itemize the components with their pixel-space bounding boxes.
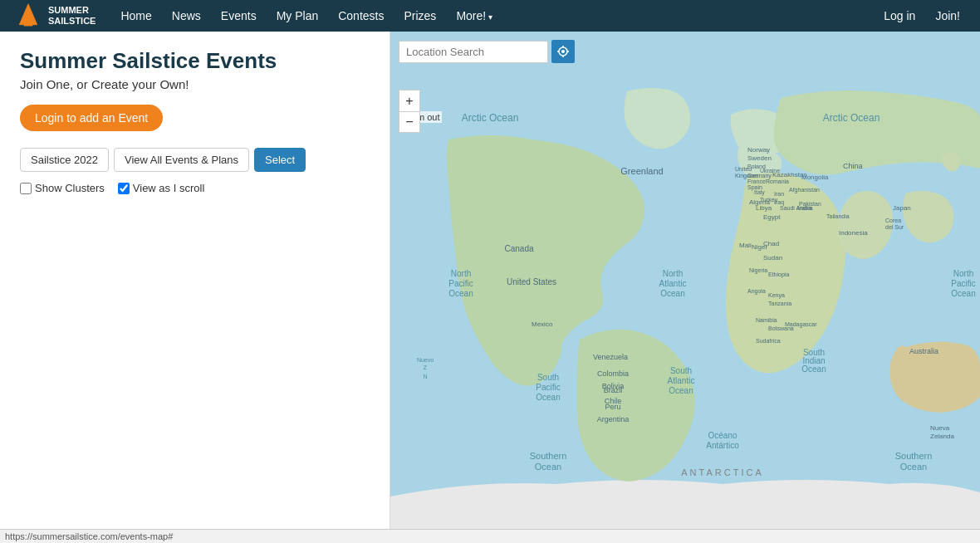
svg-text:Madagascar: Madagascar (785, 321, 817, 328)
nav-events[interactable]: Events (213, 4, 265, 27)
view-as-scroll-checkbox[interactable] (118, 183, 130, 194)
svg-text:India: India (797, 204, 812, 212)
svg-text:North: North (663, 269, 683, 278)
svg-text:Afghanistan: Afghanistan (789, 187, 820, 193)
svg-text:Sudafrica: Sudafrica (756, 338, 781, 344)
logo-icon (13, 2, 43, 29)
map-search-input[interactable] (399, 41, 548, 63)
nav-login[interactable]: Log in (877, 6, 922, 26)
svg-text:Venezuela: Venezuela (593, 353, 628, 361)
svg-text:Ocean: Ocean (535, 462, 561, 472)
map-search-bar (399, 40, 575, 63)
svg-text:Ocean: Ocean (900, 462, 927, 472)
svg-text:Ethiopia: Ethiopia (768, 272, 789, 278)
svg-text:Océano: Océano (708, 431, 737, 440)
svg-text:Ocean: Ocean (951, 289, 975, 298)
filter-all-button[interactable]: View All Events & Plans (114, 148, 249, 172)
svg-text:Pacific: Pacific (448, 279, 473, 288)
svg-text:Sweden: Sweden (747, 154, 772, 162)
nav-news[interactable]: News (164, 4, 209, 27)
svg-text:Tailandia: Tailandia (826, 213, 850, 219)
svg-text:Namibia: Namibia (756, 317, 777, 323)
login-add-event-button[interactable]: Login to add an Event (20, 105, 163, 131)
svg-text:Colombia: Colombia (597, 369, 629, 378)
svg-text:Corea: Corea (885, 218, 901, 223)
svg-text:Atlantic: Atlantic (659, 279, 687, 288)
svg-text:Iran: Iran (774, 191, 784, 197)
svg-text:Z: Z (424, 364, 428, 370)
svg-text:Canada: Canada (504, 244, 533, 253)
svg-text:Atlantic: Atlantic (668, 376, 695, 385)
nav-links: Home News Events My Plan Contests Prizes… (112, 4, 877, 27)
status-bar: https://summersailstice.com/events-map# (0, 529, 980, 543)
zoom-in-button[interactable]: + (399, 90, 420, 111)
svg-text:Brazil: Brazil (604, 386, 623, 394)
svg-text:France: France (747, 179, 766, 184)
svg-text:Norway: Norway (747, 146, 770, 154)
nav-auth: Log in Join! (877, 6, 967, 26)
svg-text:Ocean: Ocean (660, 289, 684, 298)
show-clusters-label[interactable]: Show Clusters (20, 182, 105, 194)
zoom-out-button[interactable]: − (399, 111, 420, 133)
svg-text:North: North (451, 269, 471, 278)
svg-text:South: South (537, 373, 559, 382)
svg-text:Mali: Mali (739, 242, 752, 249)
svg-text:Southern: Southern (530, 451, 567, 461)
svg-text:Mexico: Mexico (532, 320, 553, 328)
svg-text:North: North (953, 269, 973, 278)
svg-text:Indonesia: Indonesia (839, 229, 868, 237)
map-zoom-controls: + − (399, 65, 420, 133)
map-container: + − Zoom out (390, 32, 980, 543)
left-panel: Summer Sailstice Events Join One, or Cre… (0, 32, 390, 543)
svg-text:Algeria: Algeria (749, 198, 770, 206)
svg-text:Pacific: Pacific (536, 383, 560, 392)
nav-myplan[interactable]: My Plan (268, 4, 327, 27)
svg-text:Nigeria: Nigeria (749, 267, 767, 274)
svg-text:Ocean: Ocean (448, 289, 473, 298)
svg-text:Mongolia: Mongolia (801, 174, 829, 181)
view-as-scroll-label[interactable]: View as I scroll (118, 182, 204, 194)
svg-text:Australia: Australia (909, 347, 938, 355)
svg-text:Sudan: Sudan (763, 254, 782, 262)
nav-contests[interactable]: Contests (330, 4, 392, 27)
logo-text: SUMMER SAILSTICE (48, 5, 96, 27)
svg-text:Pacific: Pacific (951, 279, 975, 288)
svg-text:Egypt: Egypt (763, 213, 781, 221)
svg-text:Tanzania: Tanzania (768, 301, 791, 306)
svg-text:Arctic Ocean: Arctic Ocean (462, 112, 519, 124)
nav-prizes[interactable]: Prizes (395, 4, 444, 27)
svg-text:Nuevo: Nuevo (417, 357, 434, 363)
map-search-button[interactable] (551, 40, 575, 63)
svg-point-7 (561, 50, 565, 53)
nav-join[interactable]: Join! (929, 6, 967, 26)
svg-text:United States: United States (507, 277, 556, 286)
select-button[interactable]: Select (254, 148, 306, 172)
svg-text:South: South (670, 366, 692, 375)
checkbox-row: Show Clusters View as I scroll (20, 182, 370, 194)
svg-text:del Sur: del Sur (885, 224, 904, 230)
svg-text:Italy: Italy (754, 189, 765, 196)
svg-text:Chad: Chad (763, 240, 779, 247)
main-wrapper: Summer Sailstice Events Join One, or Cre… (0, 32, 980, 543)
svg-rect-1 (24, 23, 33, 27)
svg-text:Arctic Ocean: Arctic Ocean (823, 112, 880, 124)
nav-home[interactable]: Home (112, 4, 159, 27)
logo[interactable]: SUMMER SAILSTICE (13, 2, 96, 29)
svg-text:Ocean: Ocean (669, 386, 693, 395)
main-nav: SUMMER SAILSTICE Home News Events My Pla… (0, 0, 980, 32)
show-clusters-checkbox[interactable] (20, 183, 32, 194)
svg-text:Japan: Japan (893, 204, 911, 212)
svg-text:Argentina: Argentina (597, 415, 630, 423)
svg-text:Nueva: Nueva (930, 424, 950, 432)
svg-text:Greenland: Greenland (620, 166, 663, 176)
svg-text:Zelanda: Zelanda (930, 433, 954, 440)
filter-year-button[interactable]: Sailstice 2022 (20, 148, 109, 172)
page-title: Summer Sailstice Events (20, 48, 370, 74)
filter-row: Sailstice 2022 View All Events & Plans S… (20, 148, 370, 172)
svg-marker-0 (19, 4, 37, 25)
svg-text:Antártico: Antártico (706, 441, 739, 450)
locate-icon (557, 46, 569, 57)
svg-text:N: N (423, 374, 427, 379)
nav-more[interactable]: More! (448, 4, 501, 27)
svg-text:Southern: Southern (895, 451, 933, 461)
